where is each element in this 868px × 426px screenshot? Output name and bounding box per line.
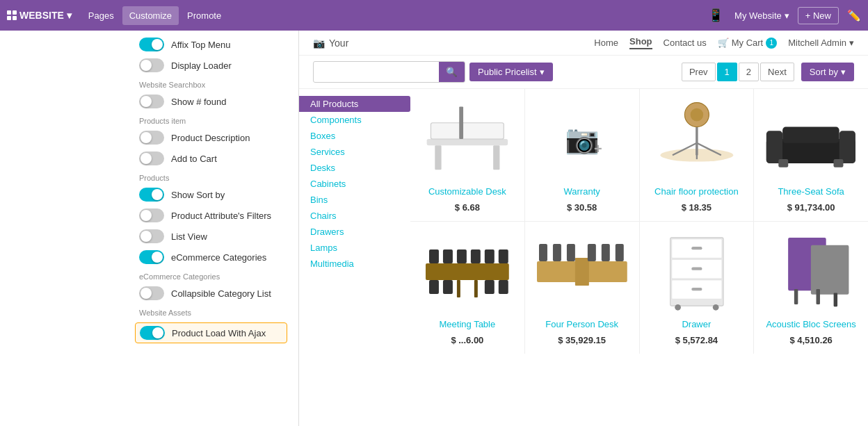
svg-rect-39 (616, 244, 624, 261)
pricelist-button[interactable]: Public Pricelist ▾ (469, 63, 553, 81)
brand-button[interactable]: WEBSITE ▾ (7, 10, 72, 21)
toggle-show-sort-by[interactable] (139, 188, 164, 202)
toggle-product-description[interactable] (139, 131, 164, 145)
sidebar-item-all-products[interactable]: All Products (299, 96, 410, 112)
admin-dropdown[interactable]: Mitchell Admin ▾ (788, 38, 854, 48)
toggle-product-description-label: Product Description (171, 133, 250, 143)
chair-protection-svg (648, 97, 746, 181)
section-label-products-item: Products item (139, 117, 287, 125)
sidebar-item-lamps[interactable]: Lamps (299, 240, 410, 256)
pricelist-chevron: ▾ (540, 67, 545, 77)
sort-by-button[interactable]: Sort by ▾ (801, 63, 854, 81)
sidebar-link-bins[interactable]: Bins (310, 195, 328, 205)
sidebar-link-boxes[interactable]: Boxes (310, 131, 335, 141)
sidebar-item-desks[interactable]: Desks (299, 160, 410, 176)
sidebar-item-drawers[interactable]: Drawers (299, 224, 410, 240)
toggle-list-view[interactable] (139, 229, 164, 243)
mobile-preview-button[interactable]: 📱 (705, 5, 726, 26)
toggle-display-loader[interactable] (139, 58, 164, 72)
product-name-7[interactable]: Drawer (682, 319, 711, 329)
sidebar-item-boxes[interactable]: Boxes (299, 128, 410, 144)
product-name-3[interactable]: Chair floor protection (654, 186, 739, 197)
sidebar-item-bins[interactable]: Bins (299, 192, 410, 208)
sidebar-item-services[interactable]: Services (299, 144, 410, 160)
svg-rect-28 (443, 280, 453, 294)
toggle-row-product-description: Product Description (139, 131, 287, 145)
prev-button[interactable]: Prev (682, 63, 716, 81)
sidebar-link-lamps[interactable]: Lamps (310, 243, 337, 253)
product-image-1 (419, 97, 516, 181)
meeting-table-svg (419, 230, 516, 313)
svg-rect-17 (834, 159, 844, 167)
product-price-2: $ 30.58 (567, 202, 597, 213)
nav-contact[interactable]: Contact us (664, 38, 707, 48)
svg-rect-46 (691, 288, 702, 290)
svg-rect-35 (553, 244, 561, 261)
nav-home[interactable]: Home (594, 38, 618, 48)
sort-by-chevron: ▾ (841, 67, 846, 77)
edit-icon[interactable]: ✏️ (847, 9, 861, 22)
nav-customize[interactable]: Customize (122, 6, 179, 25)
toggle-add-to-cart[interactable] (139, 151, 164, 165)
toggle-product-load-ajax[interactable] (140, 326, 165, 340)
product-price-4: $ 91,734.00 (787, 202, 835, 213)
nav-pages[interactable]: Pages (81, 6, 121, 25)
sidebar-link-chairs[interactable]: Chairs (310, 211, 337, 221)
toggle-collapsible-label: Collapsible Category List (171, 288, 271, 299)
new-button[interactable]: + New (798, 7, 839, 24)
nav-promote[interactable]: Promote (180, 6, 228, 25)
product-card-7: Drawer $ 5,572.84 (640, 222, 754, 354)
website-area: 📷 Your Home Shop Contact us 🛒 My Cart 1 … (299, 31, 868, 426)
svg-rect-50 (811, 245, 849, 295)
toggle-show-found-label: Show # found (171, 97, 227, 107)
customize-panel: Affix Top Menu Display Loader Website Se… (0, 31, 299, 426)
product-name-4[interactable]: Three-Seat Sofa (778, 186, 844, 197)
product-price-7: $ 5,572.84 (675, 335, 718, 345)
shop-sidebar: All Products Components Boxes Services D… (299, 89, 410, 354)
svg-rect-24 (471, 249, 481, 263)
sidebar-link-components[interactable]: Components (310, 115, 362, 125)
svg-rect-3 (493, 145, 499, 170)
product-image-2: 📷 + (533, 97, 631, 181)
toggle-ecommerce-categories[interactable] (139, 250, 164, 264)
product-name-2[interactable]: Warranty (564, 186, 600, 197)
toggle-affix-top-menu[interactable] (139, 38, 164, 51)
page-2-button[interactable]: 2 (739, 63, 759, 81)
cart-button[interactable]: 🛒 My Cart 1 (718, 38, 778, 49)
svg-rect-44 (691, 247, 702, 249)
svg-rect-53 (834, 293, 837, 307)
section-label-ecommerce-cats: eCommerce Categories (139, 272, 287, 281)
product-image-5 (419, 230, 516, 313)
svg-rect-45 (691, 267, 702, 270)
sidebar-item-multimedia[interactable]: Multimedia (299, 256, 410, 272)
my-website-dropdown[interactable]: My Website ▾ (734, 10, 789, 21)
toggle-product-attributes[interactable] (139, 208, 164, 222)
sidebar-link-services[interactable]: Services (310, 147, 345, 157)
sidebar-link-cabinets[interactable]: Cabinets (310, 179, 346, 189)
sidebar-item-chairs[interactable]: Chairs (299, 208, 410, 224)
svg-rect-31 (537, 261, 579, 282)
toggle-show-found[interactable] (139, 95, 164, 108)
search-box: 🔍 (313, 61, 465, 83)
sidebar-link-drawers[interactable]: Drawers (310, 227, 344, 237)
sidebar-item-cabinets[interactable]: Cabinets (299, 176, 410, 192)
next-button[interactable]: Next (760, 63, 794, 81)
nav-shop[interactable]: Shop (629, 36, 652, 49)
svg-point-11 (690, 108, 703, 122)
page-1-button[interactable]: 1 (717, 63, 737, 81)
search-input[interactable] (314, 63, 439, 81)
my-website-chevron: ▾ (785, 10, 789, 21)
toggle-collapsible-list[interactable] (139, 286, 164, 300)
product-card-2: 📷 + Warranty $ 30.58 (525, 89, 639, 221)
product-image-6 (533, 230, 631, 313)
product-name-5[interactable]: Meeting Table (440, 319, 496, 329)
product-name-8[interactable]: Acoustic Bloc Screens (766, 319, 855, 329)
sidebar-item-components[interactable]: Components (299, 112, 410, 128)
search-button[interactable]: 🔍 (439, 62, 465, 82)
svg-rect-16 (779, 159, 789, 167)
product-name-1[interactable]: Customizable Desk (428, 186, 506, 197)
sidebar-link-desks[interactable]: Desks (310, 163, 335, 173)
sidebar-link-multimedia[interactable]: Multimedia (310, 259, 354, 269)
toggle-row-ecommerce-categories: eCommerce Categories (139, 250, 287, 264)
product-name-6[interactable]: Four Person Desk (545, 319, 618, 329)
